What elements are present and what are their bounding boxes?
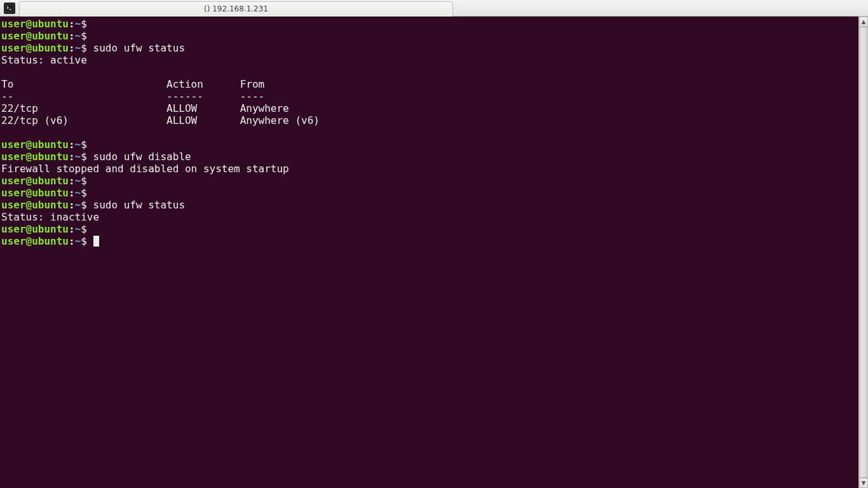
terminal-output[interactable]: user@ubuntu:~$ user@ubuntu:~$ user@ubunt… xyxy=(0,17,868,488)
terminal-line: user@ubuntu:~$ xyxy=(1,175,867,187)
command-text: sudo ufw disable xyxy=(87,151,191,163)
terminal-line: user@ubuntu:~$ xyxy=(1,223,867,235)
terminal-line: 22/tcp (v6) ALLOW Anywhere (v6) xyxy=(1,114,867,126)
terminal-line: user@ubuntu:~$ xyxy=(1,235,867,247)
window-titlebar: () 192.168.1.231 xyxy=(0,0,868,17)
terminal-line: user@ubuntu:~$ xyxy=(1,187,867,199)
command-text xyxy=(87,175,93,187)
scroll-track[interactable] xyxy=(859,27,868,478)
svg-rect-0 xyxy=(6,5,13,11)
terminal-line xyxy=(1,66,867,78)
scroll-down-button[interactable]: ▼ xyxy=(859,478,868,488)
terminal-line: Status: inactive xyxy=(1,211,867,223)
terminal-line: user@ubuntu:~$ xyxy=(1,18,867,30)
command-text: sudo ufw status xyxy=(87,42,185,54)
terminal-line: To Action From xyxy=(1,78,867,90)
terminal-app-icon xyxy=(4,3,15,14)
vertical-scrollbar[interactable]: ▲ ▼ xyxy=(858,17,868,488)
terminal-line: -- ------ ---- xyxy=(1,90,867,102)
terminal-line: user@ubuntu:~$ xyxy=(1,30,867,42)
terminal-line: 22/tcp ALLOW Anywhere xyxy=(1,102,867,114)
chevron-up-icon: ▲ xyxy=(862,18,866,25)
terminal-line: Status: active xyxy=(1,54,867,66)
command-text xyxy=(87,30,93,42)
command-text xyxy=(87,139,93,151)
scroll-thumb[interactable] xyxy=(860,27,867,478)
terminal-container: user@ubuntu:~$ user@ubuntu:~$ user@ubunt… xyxy=(0,17,868,488)
command-text xyxy=(87,223,93,235)
terminal-line: user@ubuntu:~$ sudo ufw status xyxy=(1,42,867,54)
command-text xyxy=(87,235,93,247)
window-title-text: () 192.168.1.231 xyxy=(204,4,268,13)
command-text: sudo ufw status xyxy=(87,199,185,211)
terminal-line: Firewall stopped and disabled on system … xyxy=(1,163,867,175)
window-title-tab[interactable]: () 192.168.1.231 xyxy=(19,1,453,17)
cursor xyxy=(93,236,99,247)
terminal-line: user@ubuntu:~$ sudo ufw status xyxy=(1,199,867,211)
terminal-line xyxy=(1,126,867,139)
chevron-down-icon: ▼ xyxy=(862,480,866,486)
terminal-line: user@ubuntu:~$ sudo ufw disable xyxy=(1,151,867,163)
terminal-line: user@ubuntu:~$ xyxy=(1,139,867,151)
scroll-up-button[interactable]: ▲ xyxy=(859,17,868,27)
command-text xyxy=(87,187,93,199)
command-text xyxy=(87,18,93,30)
